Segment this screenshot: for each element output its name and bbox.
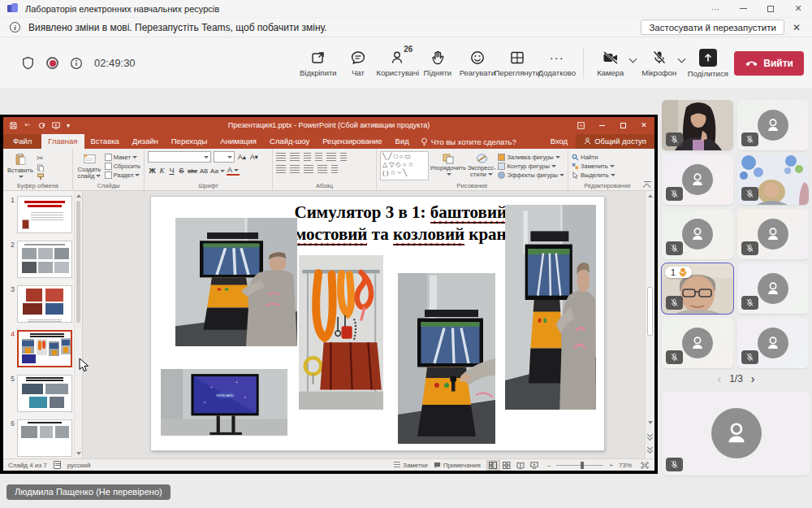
next-slide-button[interactable] [647,446,653,450]
qat-more-icon[interactable]: ▾ [67,122,70,129]
apply-restart-button[interactable]: Застосувати й перезапустити [641,20,784,35]
spellcheck-icon[interactable] [54,461,61,469]
shape-effects-button[interactable]: Эффекты фигуры [498,172,564,179]
window-maximize-button[interactable] [757,0,784,17]
slide-scrollbar[interactable] [645,191,654,458]
thumbnail-5[interactable]: 5 [6,375,74,412]
thumbnail-3[interactable]: 3 [6,285,74,323]
reset-button[interactable]: Сбросить [105,163,140,170]
clear-format-button[interactable]: abc [187,166,198,176]
strike-button[interactable]: S [177,166,186,176]
tab-design[interactable]: Дизайн [126,134,165,149]
mic-button[interactable]: Мікрофон [639,50,679,77]
font-size-combobox[interactable] [214,151,235,163]
ppt-close-button[interactable]: ✕ [633,117,654,133]
select-button[interactable]: Выделить [572,172,615,179]
zoom-slider-thumb[interactable] [581,462,584,469]
align-right-icon[interactable] [304,165,313,173]
tab-view[interactable]: Вид [389,134,416,149]
participant-tile-avatar-7[interactable] [737,318,809,368]
align-center-icon[interactable] [290,165,300,173]
self-view-tile[interactable] [662,391,810,475]
layout-button[interactable]: Макет [105,154,140,161]
tab-transitions[interactable]: Переходы [165,134,214,149]
zoom-slider[interactable] [556,465,603,466]
start-slideshow-icon[interactable] [52,122,60,129]
thumbnail-4-selected[interactable]: 4 [6,330,74,367]
react-button[interactable]: Реагувати [457,50,497,77]
slide-sorter-view-button[interactable] [500,460,514,471]
columns-icon[interactable] [331,165,338,173]
shrink-font-icon[interactable]: А▾ [249,152,259,162]
window-minimize-button[interactable] [729,0,757,17]
replace-button[interactable]: Заменить [572,163,615,170]
participant-tile-video-1[interactable] [662,100,733,150]
quick-styles-button[interactable]: Экспресс-стили [468,151,496,180]
participant-tile-video-speaking[interactable]: 1 [662,263,733,314]
copy-icon[interactable] [37,164,45,172]
participants-button[interactable]: 26 Користувачі [378,50,417,77]
numbering-icon[interactable] [290,153,300,161]
camera-button[interactable]: Камера [590,50,630,77]
tab-animation[interactable]: Анимация [214,134,263,149]
thumbnail-1[interactable]: 1 [6,196,74,233]
paste-button[interactable]: Вставить [6,151,34,180]
comments-button[interactable]: Примечания [434,462,481,469]
indent-increase-icon[interactable] [315,153,322,161]
notes-button[interactable]: Заметки [394,462,428,469]
window-close-button[interactable]: ✕ [784,0,812,17]
ppt-minimize-button[interactable] [591,117,612,133]
align-left-icon[interactable] [276,165,286,173]
zoom-out-button[interactable]: – [547,462,551,469]
font-color-button[interactable]: А [227,166,240,176]
participant-tile-avatar-4[interactable] [737,209,809,259]
normal-view-button[interactable] [486,460,500,471]
format-painter-icon[interactable] [37,173,45,180]
participant-tile-avatar-3[interactable] [662,209,733,259]
window-more-button[interactable]: ··· [702,0,729,17]
leave-button[interactable]: Вийти [734,51,804,76]
ppt-restore-button[interactable] [612,117,633,133]
new-slide-button[interactable]: Создать слайд [76,151,102,180]
collapse-ribbon-icon[interactable] [644,181,651,189]
chat-button[interactable]: Чат [338,50,378,77]
tellme-box[interactable]: Что вы хотите сделать? [421,137,516,149]
participant-tile-video-2[interactable] [737,154,809,205]
indent-decrease-icon[interactable] [304,153,311,161]
banner-close-button[interactable]: ✕ [784,22,809,33]
participant-tile-avatar-2[interactable] [662,154,733,205]
justify-icon[interactable] [317,165,327,173]
change-case-button[interactable]: Aa [209,166,226,176]
current-slide[interactable]: Симулятор 3 в 1: баштовий, мостовий та к… [151,197,604,450]
language-indicator[interactable]: русский [67,462,91,469]
arrange-button[interactable]: Упорядочить [431,151,465,180]
thumbnail-scrollbar[interactable] [74,191,82,458]
font-name-combobox[interactable] [148,151,211,163]
shape-outline-button[interactable]: Контур фигуры [498,163,564,170]
fit-slide-button[interactable] [637,460,651,471]
underline-button[interactable]: Ч [167,166,176,176]
shape-fill-button[interactable]: Заливка фигуры [498,154,564,161]
raise-hand-button[interactable]: Підняти [417,50,457,77]
unpin-button[interactable]: Відкріпити [298,50,338,77]
grow-font-icon[interactable]: А▴ [237,152,247,162]
section-button[interactable]: Раздел [105,172,140,179]
shapes-gallery[interactable]: ╲╱□○▭ △▽◇○☆ ()☆~╲ [380,151,429,180]
bullets-icon[interactable] [276,153,286,161]
participant-tile-avatar-1[interactable] [737,100,809,150]
tab-insert[interactable]: Вставка [84,134,126,149]
previous-slide-button[interactable] [647,433,653,437]
char-spacing-button[interactable]: АВ [199,166,209,176]
scrollbar-thumb[interactable] [647,287,653,336]
reading-view-button[interactable] [514,460,528,471]
cut-icon[interactable]: ✂ [37,154,45,163]
zoom-level[interactable]: 73% [619,462,632,469]
repeat-icon[interactable] [38,122,45,129]
find-button[interactable]: Найти [572,154,615,161]
ppt-ribbon-options-button[interactable] [570,117,591,133]
participant-tile-avatar-6[interactable] [662,318,733,368]
pager-previous-icon[interactable]: ‹ [717,372,721,385]
slideshow-view-button[interactable] [528,460,542,471]
text-direction-icon[interactable] [340,153,347,161]
save-icon[interactable] [10,122,17,129]
